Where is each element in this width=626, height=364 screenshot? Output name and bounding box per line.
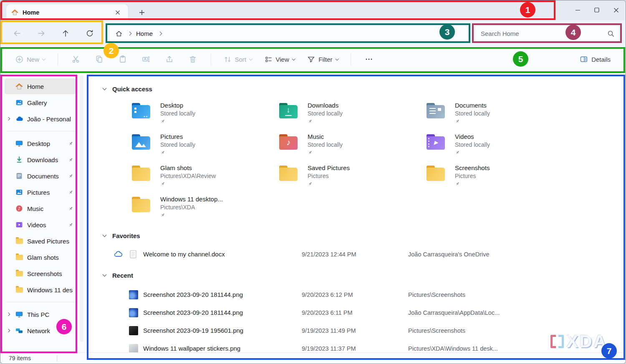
search-input[interactable]	[480, 30, 607, 38]
chevron-down-icon[interactable]	[103, 273, 107, 277]
sidebar-item-label: Screenshots	[27, 270, 73, 277]
sidebar-item-network[interactable]: Network	[5, 323, 76, 339]
file-row-recent[interactable]: Screenshot 2023-09-19 195601.png 9/19/20…	[87, 321, 626, 339]
maximize-button[interactable]	[587, 0, 606, 20]
tab-close-icon[interactable]	[112, 7, 123, 18]
refresh-button[interactable]	[81, 25, 99, 41]
folder-desktop-icon	[132, 102, 151, 119]
filter-button[interactable]: Filter	[303, 52, 342, 67]
breadcrumb[interactable]: Home	[136, 30, 153, 37]
forward-button[interactable]	[32, 25, 50, 41]
paste-button[interactable]	[113, 52, 132, 67]
folder-icon	[14, 271, 24, 276]
rename-button[interactable]	[136, 52, 156, 67]
sidebar-item-label: This PC	[27, 311, 73, 318]
sidebar-item-music[interactable]: ♪ Music	[5, 201, 76, 216]
search-icon[interactable]	[607, 30, 614, 37]
new-button[interactable]: New	[11, 52, 49, 67]
tile-subtitle: Pictures\XDA\Review	[160, 172, 216, 180]
copy-button[interactable]	[90, 52, 109, 67]
sidebar-item-this-pc[interactable]: This PC	[5, 306, 76, 322]
chevron-right-icon[interactable]	[7, 118, 14, 120]
pin-icon	[308, 181, 350, 186]
quick-access-tile-windows-11-desktop[interactable]: Windows 11 desktop... Pictures\XDA	[132, 195, 279, 226]
breadcrumb-home-icon[interactable]	[115, 30, 123, 38]
home-icon	[11, 9, 18, 16]
chevron-down-icon[interactable]	[103, 233, 107, 237]
minimize-button[interactable]	[568, 0, 587, 20]
xda-watermark: XDA	[550, 333, 607, 350]
sort-button[interactable]: Sort	[220, 52, 256, 67]
quick-access-tile-videos[interactable]: Videos Stored locally	[427, 132, 574, 163]
details-button[interactable]: Details	[576, 52, 615, 67]
word-document-icon	[129, 250, 143, 259]
file-row-recent[interactable]: Screenshot 2023-09-20 181144.png 9/20/20…	[87, 286, 626, 304]
quick-access-tile-saved-pictures[interactable]: Saved Pictures Pictures	[279, 163, 427, 195]
quick-access-tile-documents[interactable]: Documents Stored locally	[427, 101, 574, 132]
section-header-recent[interactable]: Recent	[87, 269, 626, 281]
quick-access-tile-desktop[interactable]: Desktop Stored locally	[132, 101, 279, 132]
sidebar-item-videos[interactable]: Videos	[5, 217, 76, 233]
quick-access-tile-screenshots[interactable]: Screenshots Pictures	[427, 163, 574, 195]
file-row-favorite[interactable]: Welcome to my channel.docx 9/21/2023 12:…	[87, 245, 626, 263]
file-row-recent[interactable]: Screenshot 2023-09-20 181144.png 9/20/20…	[87, 304, 626, 321]
navigation-pane: Home Gallery João - Personal	[0, 73, 87, 352]
more-options-button[interactable]	[359, 52, 379, 67]
section-header-favorites[interactable]: Favorites	[87, 229, 626, 242]
sidebar-item-documents[interactable]: Documents	[5, 168, 76, 184]
cut-button[interactable]	[66, 52, 86, 67]
svg-text:♪: ♪	[18, 206, 21, 211]
search-box[interactable]	[475, 25, 620, 42]
view-button[interactable]: View	[260, 52, 299, 67]
new-tab-button[interactable]	[136, 7, 148, 18]
sidebar-item-windows-11-desktop[interactable]: Windows 11 des	[5, 282, 76, 298]
sidebar-item-gallery[interactable]: Gallery	[5, 95, 76, 110]
share-button[interactable]	[160, 52, 179, 67]
chevron-right-icon[interactable]	[7, 313, 14, 316]
details-pane-icon	[580, 55, 588, 63]
back-button[interactable]	[8, 25, 26, 41]
network-icon	[14, 327, 24, 334]
chevron-down-icon[interactable]	[103, 86, 107, 90]
tile-subtitle: Stored locally	[308, 141, 343, 149]
file-name: Screenshot 2023-09-20 181144.png	[143, 291, 302, 298]
delete-button[interactable]	[183, 52, 202, 67]
navigation-buttons	[8, 25, 99, 41]
section-header-quick-access[interactable]: Quick access	[87, 83, 626, 95]
close-button[interactable]	[606, 0, 626, 20]
tab-home[interactable]: Home	[6, 4, 128, 20]
sidebar-item-glam-shots[interactable]: Glam shots	[5, 249, 76, 265]
sidebar-item-pictures[interactable]: Pictures	[5, 184, 76, 200]
toolbar-separator	[351, 53, 351, 65]
up-button[interactable]	[56, 25, 75, 41]
breadcrumb-chevron-icon[interactable]	[128, 32, 132, 36]
xda-logo-bracket-icon	[558, 335, 564, 348]
file-row-recent[interactable]: Windows 11 wallpaper stickers.png 9/19/2…	[87, 339, 626, 352]
file-location: João Carrasqueira\AppData\Loc...	[408, 309, 626, 316]
sidebar-item-label: Downloads	[27, 156, 68, 163]
quick-access-tile-music[interactable]: Music Stored locally	[279, 132, 427, 163]
sidebar-scrollbar[interactable]	[80, 75, 83, 342]
quick-access-tile-pictures[interactable]: Pictures Stored locally	[132, 132, 279, 163]
quick-access-tile-downloads[interactable]: Downloads Stored locally	[279, 101, 427, 132]
sidebar-item-onedrive-personal[interactable]: João - Personal	[5, 111, 76, 127]
sidebar-item-saved-pictures[interactable]: Saved Pictures	[5, 233, 76, 249]
file-location: João Carrasqueira's OneDrive	[408, 251, 626, 258]
sidebar-item-home[interactable]: Home	[5, 78, 76, 94]
file-date: 9/19/2023 11:37 PM	[302, 345, 408, 352]
document-icon	[14, 172, 24, 180]
breadcrumb-chevron-icon[interactable]	[158, 32, 162, 36]
pin-icon	[68, 206, 73, 211]
sidebar-item-screenshots[interactable]: Screenshots	[5, 266, 76, 281]
chevron-down-icon	[42, 57, 45, 60]
tile-name: Downloads	[308, 101, 343, 110]
filter-button-label: Filter	[318, 56, 332, 63]
file-name: Windows 11 wallpaper stickers.png	[143, 345, 302, 352]
sidebar-item-desktop[interactable]: Desktop	[5, 136, 76, 151]
quick-access-tile-glam-shots[interactable]: Glam shots Pictures\XDA\Review	[132, 163, 279, 195]
sidebar-item-label: Documents	[27, 173, 68, 180]
sidebar-item-downloads[interactable]: Downloads	[5, 152, 76, 168]
chevron-right-icon[interactable]	[7, 329, 14, 332]
address-bar[interactable]: Home	[109, 25, 468, 42]
folder-documents-icon	[427, 102, 446, 119]
